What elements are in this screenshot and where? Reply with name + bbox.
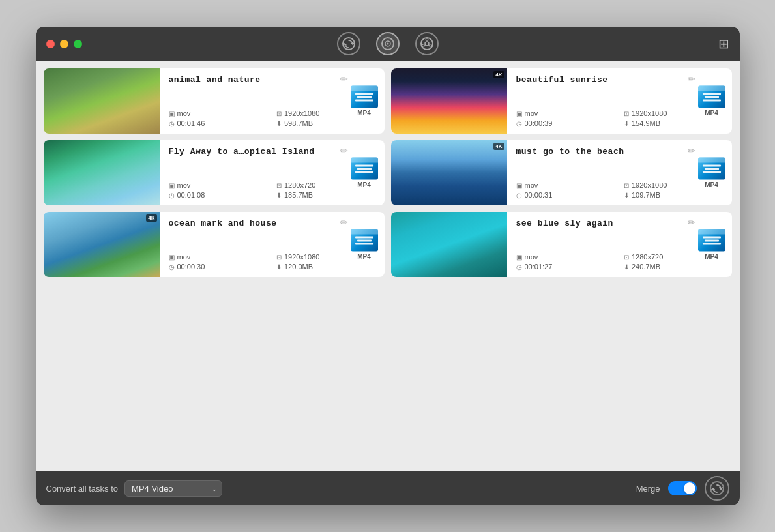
resolution-icon: ⊡ — [276, 110, 282, 117]
traffic-lights — [46, 40, 82, 48]
video-meta: ▣ mov ⊡ 1280x720 ◷ 00:01:08 ⬇ 185.7MB — [169, 181, 378, 199]
maximize-button[interactable] — [74, 40, 82, 48]
output-format-ocean-mark-house[interactable]: MP4 — [351, 229, 378, 260]
resolution-value: 1920x1080 — [632, 181, 667, 189]
format-item: ▣ mov — [169, 181, 271, 189]
clock-icon: ◷ — [516, 120, 522, 127]
size-item: ⬇ 109.7MB — [624, 191, 725, 199]
thumbnail-image — [44, 68, 160, 134]
duration-value: 00:01:08 — [177, 191, 205, 199]
mp4-stripes — [355, 93, 373, 101]
size-value: 109.7MB — [632, 191, 660, 199]
svg-point-6 — [426, 38, 428, 41]
mp4-stripes — [703, 164, 721, 173]
output-format-beautiful-sunrise[interactable]: MP4 — [698, 86, 725, 117]
film-icon: ▣ — [516, 182, 522, 189]
edit-icon[interactable]: ✏ — [688, 74, 695, 84]
video-meta: ▣ mov ⊡ 1920x1080 ◷ 00:00:30 ⬇ 120.0MB — [169, 253, 378, 271]
mp4-stripes — [355, 236, 373, 244]
film-icon: ▣ — [169, 110, 175, 117]
mp4-stripes — [703, 236, 721, 244]
svg-point-3 — [387, 43, 388, 45]
film-icon: ▣ — [169, 182, 175, 189]
video-meta: ▣ mov ⊡ 1920x1080 ◷ 00:00:31 ⬇ 109.7MB — [516, 181, 725, 199]
clock-icon: ◷ — [169, 120, 175, 127]
svg-point-7 — [422, 44, 424, 47]
download-icon: ⬇ — [624, 120, 629, 127]
resolution-value: 1280x720 — [632, 253, 663, 261]
size-item: ⬇ 154.9MB — [624, 119, 725, 127]
video-thumbnail-must-go-beach[interactable]: 4K — [391, 140, 507, 205]
mp4-stripes — [703, 93, 721, 101]
badge-4k: 4K — [493, 143, 504, 150]
stripe-2 — [705, 168, 719, 170]
format-value: mov — [525, 181, 538, 189]
mp4-label: MP4 — [357, 253, 371, 260]
video-thumbnail-fly-away-island[interactable] — [44, 140, 160, 205]
thumbnail-image — [44, 212, 160, 277]
footer-left: Convert all tasks to MP4 Video MOV Video… — [46, 480, 223, 497]
nav-convert-icon[interactable] — [337, 32, 360, 55]
grid-view-button[interactable]: ⊞ — [718, 36, 729, 52]
edit-icon[interactable]: ✏ — [340, 145, 348, 156]
format-select[interactable]: MP4 Video MOV Video AVI Video MKV Video … — [124, 480, 222, 497]
mp4-icon — [351, 86, 378, 108]
size-value: 120.0MB — [284, 263, 313, 271]
duration-value: 00:00:31 — [525, 191, 553, 199]
footer-right: Merge — [636, 476, 729, 501]
format-select-wrapper: MP4 Video MOV Video AVI Video MKV Video … — [124, 480, 222, 497]
resolution-value: 1920x1080 — [284, 253, 319, 261]
resolution-icon: ⊡ — [276, 182, 282, 189]
stripe-3 — [703, 171, 721, 173]
stripe-3 — [703, 99, 721, 101]
size-item: ⬇ 240.7MB — [624, 263, 725, 271]
stripe-3 — [355, 99, 373, 101]
size-value: 598.7MB — [284, 119, 313, 127]
stripe-3 — [355, 171, 373, 173]
output-format-fly-away-island[interactable]: MP4 — [351, 158, 378, 188]
convert-button[interactable] — [705, 476, 729, 501]
video-card-beautiful-sunrise: 4K beautiful sunrise ▣ mov ⊡ 1920x1080 ◷… — [391, 68, 732, 134]
video-meta: ▣ mov ⊡ 1920x1080 ◷ 00:00:39 ⬇ 154.9MB — [516, 110, 725, 127]
badge-4k: 4K — [493, 71, 504, 78]
mp4-label: MP4 — [357, 181, 371, 188]
output-format-see-blue-sly[interactable]: MP4 — [698, 229, 725, 260]
download-icon: ⬇ — [624, 192, 629, 199]
nav-media-icon[interactable] — [376, 32, 400, 55]
video-card-ocean-mark-house: 4K ocean mark and house ▣ mov ⊡ 1920x108… — [44, 212, 385, 277]
stripe-1 — [703, 164, 721, 166]
download-icon: ⬇ — [276, 120, 282, 127]
edit-icon[interactable]: ✏ — [688, 217, 695, 228]
download-icon: ⬇ — [624, 263, 629, 271]
video-thumbnail-see-blue-sly[interactable] — [391, 212, 507, 277]
thumbnail-image — [44, 140, 160, 205]
video-card-animal-nature: animal and nature ▣ mov ⊡ 1920x1080 ◷ 00… — [44, 68, 385, 134]
edit-icon[interactable]: ✏ — [340, 217, 348, 228]
edit-icon[interactable]: ✏ — [340, 74, 348, 84]
minimize-button[interactable] — [60, 40, 68, 48]
merge-label: Merge — [636, 484, 660, 494]
video-thumbnail-beautiful-sunrise[interactable]: 4K — [391, 68, 507, 134]
stripe-2 — [705, 96, 719, 98]
format-value: mov — [525, 110, 538, 117]
close-button[interactable] — [46, 40, 55, 48]
resolution-icon: ⊡ — [276, 254, 282, 261]
clock-icon: ◷ — [516, 192, 522, 199]
video-thumbnail-ocean-mark-house[interactable]: 4K — [44, 212, 160, 277]
titlebar: ⊞ — [36, 27, 740, 61]
svg-point-5 — [425, 42, 429, 46]
svg-point-4 — [421, 38, 433, 50]
video-thumbnail-animal-nature[interactable] — [44, 68, 160, 134]
edit-icon[interactable]: ✏ — [688, 145, 695, 156]
film-icon: ▣ — [516, 254, 522, 261]
format-item: ▣ mov — [516, 253, 618, 261]
mp4-icon — [351, 229, 378, 252]
nav-reel-icon[interactable] — [415, 32, 439, 55]
download-icon: ⬇ — [276, 192, 282, 199]
stripe-1 — [355, 164, 373, 166]
merge-toggle[interactable] — [668, 481, 697, 495]
duration-item: ◷ 00:00:31 — [516, 191, 618, 199]
stripe-1 — [703, 93, 721, 95]
output-format-must-go-beach[interactable]: MP4 — [698, 158, 725, 188]
output-format-animal-nature[interactable]: MP4 — [351, 86, 378, 117]
